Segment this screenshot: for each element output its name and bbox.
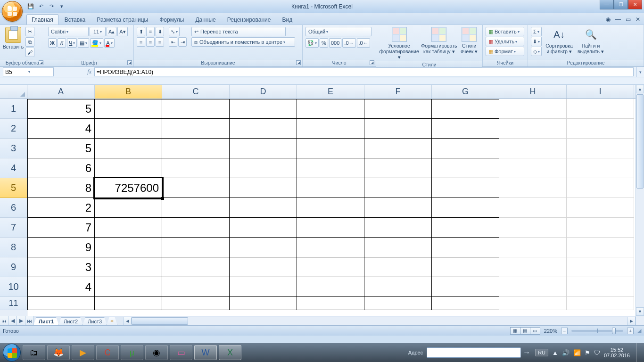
cell[interactable] [95, 158, 162, 178]
cell[interactable] [567, 218, 634, 238]
clear-icon[interactable]: ◇ [531, 47, 542, 56]
bold-button[interactable]: Ж [48, 38, 57, 48]
column-header[interactable]: F [364, 85, 432, 99]
cell[interactable] [432, 257, 499, 277]
decrease-indent-icon[interactable]: ⇤ [169, 37, 177, 47]
office-button[interactable] [2, 1, 23, 22]
expand-formula-bar-icon[interactable]: ▾ [636, 67, 644, 77]
restore-window-icon[interactable]: ▭ [626, 16, 631, 23]
cell[interactable]: 4 [27, 277, 95, 297]
tray-network-icon[interactable]: 📶 [573, 349, 581, 356]
tray-volume-icon[interactable]: 🔊 [562, 349, 570, 356]
cell[interactable] [162, 139, 230, 158]
close-workbook-icon[interactable]: ✕ [636, 16, 640, 23]
cell[interactable] [297, 277, 364, 297]
format-cells-button[interactable]: ▦Формат [486, 47, 524, 56]
delete-cells-button[interactable]: ▦Удалить [486, 37, 524, 46]
select-all-corner[interactable] [0, 85, 27, 99]
cell[interactable] [364, 218, 432, 238]
new-sheet-button[interactable]: ✧ [107, 317, 117, 325]
fx-icon[interactable]: fx [87, 68, 91, 75]
zoom-in-button[interactable]: + [627, 328, 634, 334]
find-select-button[interactable]: 🔍 Найти и выделить ▾ [577, 27, 605, 54]
taskbar-app-icon[interactable]: ▭ [170, 345, 192, 360]
cell[interactable] [162, 218, 230, 238]
row-header[interactable]: 7 [0, 218, 27, 238]
format-as-table-button[interactable]: Форматировать как таблицу ▾ [421, 27, 457, 54]
tab-view[interactable]: Вид [277, 14, 297, 25]
conditional-formatting-button[interactable]: Условное форматирование ▾ [379, 27, 419, 60]
cell[interactable] [432, 198, 499, 218]
align-top-icon[interactable]: ⬆ [137, 27, 145, 36]
cell[interactable]: 5 [27, 139, 95, 158]
taskbar-word-icon[interactable]: W [194, 345, 217, 360]
paste-button[interactable]: Вставить [3, 27, 24, 49]
vertical-scrollbar[interactable]: ▲ ▼ [636, 85, 644, 316]
tab-data[interactable]: Данные [190, 14, 221, 25]
tray-show-hidden-icon[interactable]: ▲ [552, 349, 558, 356]
cell[interactable] [230, 218, 297, 238]
cell[interactable] [499, 158, 567, 178]
tab-home[interactable]: Главная [26, 14, 58, 25]
tray-clock[interactable]: 15:52 07.02.2016 [604, 347, 630, 358]
zoom-out-button[interactable]: − [561, 328, 568, 334]
cell[interactable] [162, 297, 230, 310]
maximize-button[interactable]: ❐ [614, 0, 628, 9]
cell[interactable] [499, 119, 567, 139]
cell[interactable] [432, 158, 499, 178]
cell[interactable] [432, 297, 499, 310]
cell[interactable] [230, 99, 297, 119]
cell[interactable] [364, 158, 432, 178]
scroll-thumb[interactable] [636, 94, 644, 189]
row-header[interactable]: 9 [0, 257, 27, 277]
scroll-right-icon[interactable]: ▶ [627, 317, 636, 325]
cell[interactable] [364, 178, 432, 198]
alignment-dialog-launcher[interactable]: ◢ [296, 60, 301, 65]
cell[interactable] [364, 139, 432, 158]
tab-formulas[interactable]: Формулы [154, 14, 189, 25]
scroll-left-icon[interactable]: ◀ [123, 317, 132, 325]
decrease-decimal-icon[interactable]: .0← [357, 38, 370, 48]
taskbar-ccleaner-icon[interactable]: C [96, 345, 119, 360]
cut-icon[interactable]: ✂ [25, 27, 34, 36]
row-header[interactable]: 8 [0, 238, 27, 257]
cell[interactable] [95, 218, 162, 238]
cell[interactable] [27, 297, 95, 310]
cell[interactable] [230, 297, 297, 310]
column-header[interactable]: B [95, 85, 162, 99]
cell[interactable] [162, 158, 230, 178]
sheet-nav-last-icon[interactable]: ⏭ [25, 316, 34, 325]
cell[interactable] [297, 297, 364, 310]
taskbar-chrome-icon[interactable]: ◉ [145, 345, 168, 360]
cell[interactable] [567, 297, 634, 310]
taskbar-explorer-icon[interactable]: 🗂 [23, 345, 45, 360]
cell[interactable]: 7 [27, 218, 95, 238]
number-format-combo[interactable]: Общий [305, 27, 372, 36]
view-normal-icon[interactable]: ▦ [510, 327, 520, 335]
cell[interactable] [432, 178, 499, 198]
cell[interactable]: 8 [27, 178, 95, 198]
grow-font-icon[interactable]: A▴ [107, 27, 116, 36]
start-button[interactable] [3, 344, 21, 362]
taskbar-player-icon[interactable]: ▶ [72, 345, 94, 360]
cell[interactable] [297, 198, 364, 218]
increase-decimal-icon[interactable]: .0→ [342, 38, 355, 48]
cell[interactable] [230, 139, 297, 158]
cell[interactable] [432, 119, 499, 139]
cell[interactable] [95, 238, 162, 257]
cell[interactable] [95, 277, 162, 297]
cell[interactable] [297, 99, 364, 119]
cell[interactable] [499, 99, 567, 119]
cell[interactable] [364, 119, 432, 139]
tab-review[interactable]: Рецензирование [222, 14, 276, 25]
tab-insert[interactable]: Вставка [59, 14, 91, 25]
cell[interactable] [499, 139, 567, 158]
number-dialog-launcher[interactable]: ◢ [370, 60, 374, 65]
cell[interactable] [162, 119, 230, 139]
insert-cells-button[interactable]: ▦Вставить [486, 27, 524, 36]
scroll-up-icon[interactable]: ▲ [636, 85, 644, 93]
merge-center-button[interactable]: ⧈Объединить и поместить в центре [191, 37, 295, 47]
fill-icon[interactable]: ⬇ [531, 37, 542, 46]
horizontal-scrollbar[interactable]: ◀ ▶ [120, 316, 636, 325]
cell[interactable] [230, 158, 297, 178]
